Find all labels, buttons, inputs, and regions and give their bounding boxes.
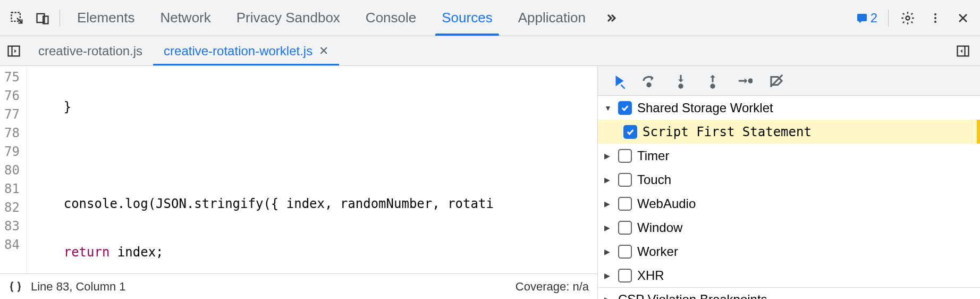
collapse-icon: ▶ [604,295,613,299]
svg-point-4 [906,16,910,20]
breakpoint-label: Script First Statement [643,124,812,139]
breakpoint-category-worker[interactable]: ▶ Worker [598,239,980,263]
sources-subbar: creative-rotation.js creative-rotation-w… [0,36,980,66]
separator [888,10,889,27]
breakpoint-script-first-statement[interactable]: Script First Statement [598,120,980,144]
breakpoint-section-label: CSP Violation Breakpoints [618,292,767,299]
expand-icon: ▼ [604,104,613,112]
pretty-print-icon[interactable] [9,280,22,294]
checkbox-checked[interactable] [618,101,632,115]
checkbox-unchecked[interactable] [618,221,632,235]
breakpoint-label: WebAudio [637,196,696,211]
file-tab-creative-rotation-worklet[interactable]: creative-rotation-worklet.js ✕ [153,36,339,65]
resume-icon[interactable] [606,70,628,92]
messages-count: 2 [871,11,877,26]
breakpoint-label: XHR [637,268,664,283]
svg-point-7 [934,21,936,23]
breakpoint-label: Timer [637,148,669,163]
close-tab-icon[interactable]: ✕ [319,44,328,58]
checkbox-unchecked[interactable] [618,245,632,259]
breakpoint-category-timer[interactable]: ▶ Timer [598,144,980,168]
devtools-toolbar: Elements Network Privacy Sandbox Console… [0,0,980,36]
checkbox-unchecked[interactable] [618,269,632,283]
svg-point-5 [934,13,936,15]
breakpoint-category-xhr[interactable]: ▶ XHR [598,263,980,287]
collapse-icon: ▶ [604,200,613,208]
breakpoint-label: Window [637,220,682,235]
checkbox-unchecked[interactable] [618,197,632,211]
svg-point-12 [647,83,650,86]
tab-privacy-sandbox[interactable]: Privacy Sandbox [224,0,353,36]
collapse-icon: ▶ [604,247,613,256]
code-editor[interactable]: 75 76 77 78 79 80 81 82 83 84 } console.… [0,66,597,273]
more-icon[interactable] [923,5,948,31]
step-over-icon[interactable] [638,70,660,92]
collapse-icon: ▶ [604,223,613,232]
cursor-position: Line 83, Column 1 [31,280,126,294]
editor-pane: 75 76 77 78 79 80 81 82 83 84 } console.… [0,66,597,299]
collapse-icon: ▶ [604,176,613,184]
debugger-pane-toggle-icon[interactable] [952,44,974,59]
messages-badge[interactable]: 2 [851,11,882,26]
svg-rect-8 [9,46,20,56]
separator [60,10,60,27]
code-content: } console.log(JSON.stringify({ index, ra… [27,66,597,273]
step-into-icon[interactable] [670,70,691,92]
breakpoint-category-window[interactable]: ▶ Window [598,215,980,239]
toolbar-right: 2 [851,5,976,31]
deactivate-breakpoints-icon[interactable] [766,70,787,92]
debugger-toolbar [598,66,980,96]
svg-rect-3 [857,14,867,21]
breakpoint-section-csp[interactable]: ▶ CSP Violation Breakpoints [598,287,980,299]
svg-point-16 [711,84,714,87]
svg-point-14 [679,84,682,87]
file-tab-creative-rotation[interactable]: creative-rotation.js [28,36,153,65]
tab-elements[interactable]: Elements [64,0,147,36]
device-toolbar-icon[interactable] [30,5,55,31]
settings-icon[interactable] [895,5,920,31]
breakpoint-category-shared-storage[interactable]: ▼ Shared Storage Worklet [598,96,980,120]
debugger-pane: ▼ Shared Storage Worklet Script First St… [597,66,980,299]
close-icon[interactable] [950,5,976,31]
breakpoint-category-touch[interactable]: ▶ Touch [598,168,980,192]
tab-application[interactable]: Application [505,0,598,36]
breakpoint-label: Touch [637,172,671,187]
breakpoint-category-webaudio[interactable]: ▶ WebAudio [598,192,980,215]
checkbox-checked[interactable] [623,125,637,139]
coverage-status: Coverage: n/a [516,280,589,294]
file-tab-strip: creative-rotation.js creative-rotation-w… [0,36,980,65]
more-tabs-icon[interactable] [598,5,624,31]
editor-status-bar: Line 83, Column 1 Coverage: n/a [0,273,597,299]
navigator-toggle-icon[interactable] [0,44,28,59]
step-icon[interactable] [734,70,755,92]
tab-network[interactable]: Network [147,0,223,36]
svg-point-6 [934,17,936,19]
collapse-icon: ▶ [604,152,613,160]
collapse-icon: ▶ [604,271,613,280]
checkbox-unchecked[interactable] [618,173,632,187]
step-out-icon[interactable] [702,70,723,92]
breakpoint-label: Worker [637,244,678,259]
svg-rect-10 [958,46,969,56]
line-gutter: 75 76 77 78 79 80 81 82 83 84 [0,66,27,273]
tab-sources[interactable]: Sources [429,0,505,36]
svg-point-18 [749,79,752,82]
breakpoint-label: Shared Storage Worklet [637,101,773,115]
tab-console[interactable]: Console [353,0,429,36]
file-tab-label: creative-rotation-worklet.js [164,44,312,59]
inspect-element-icon[interactable] [4,5,30,31]
breakpoint-tree: ▼ Shared Storage Worklet Script First St… [598,96,980,299]
file-tab-label: creative-rotation.js [38,44,142,59]
checkbox-unchecked[interactable] [618,149,632,163]
main-content: 75 76 77 78 79 80 81 82 83 84 } console.… [0,66,980,299]
panel-tabs: Elements Network Privacy Sandbox Console… [64,0,851,36]
